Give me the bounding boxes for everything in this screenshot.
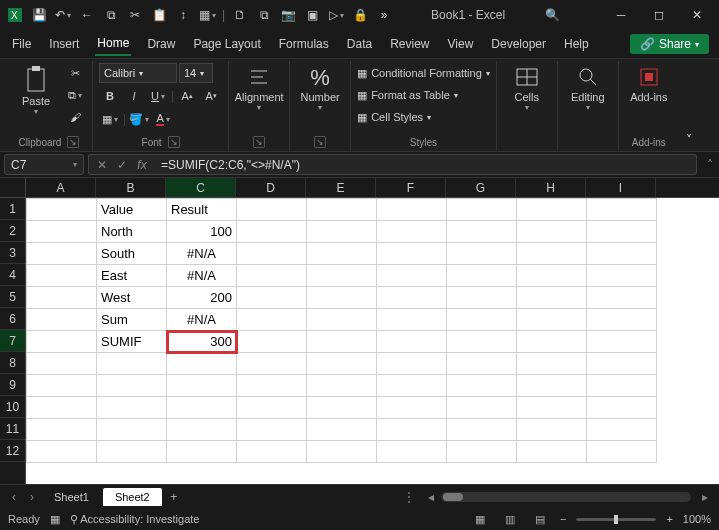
number-launcher[interactable]: ↘ [314, 136, 326, 148]
cells-button[interactable]: Cells ▾ [503, 63, 551, 112]
copy-button[interactable]: ⧉ [64, 85, 86, 105]
row-header-9[interactable]: 9 [0, 374, 25, 396]
borders-button[interactable]: ▦ [99, 109, 121, 129]
ribbon-collapse-icon[interactable]: ˅ [679, 61, 699, 151]
row-header-3[interactable]: 3 [0, 242, 25, 264]
name-box[interactable]: C7▾ [4, 154, 84, 175]
column-header-i[interactable]: I [586, 178, 656, 197]
cell-c1[interactable]: Result [167, 199, 237, 221]
expand-formula-bar-icon[interactable]: ˄ [701, 152, 719, 177]
underline-button[interactable]: U [147, 86, 169, 106]
zoom-slider[interactable] [576, 518, 656, 521]
row-header-4[interactable]: 4 [0, 264, 25, 286]
zoom-thumb[interactable] [614, 515, 618, 524]
cell-b5[interactable]: West [97, 287, 167, 309]
column-header-d[interactable]: D [236, 178, 306, 197]
tab-formulas[interactable]: Formulas [277, 33, 331, 55]
formula-input[interactable]: =SUMIF(C2:C6,"<>#N/A") [155, 154, 697, 175]
column-header-a[interactable]: A [26, 178, 96, 197]
row-header-6[interactable]: 6 [0, 308, 25, 330]
copy2-icon[interactable]: ⧉ [253, 4, 275, 26]
redo-icon[interactable]: ← [76, 4, 98, 26]
sheet-tab-1[interactable]: Sheet1 [42, 488, 101, 506]
font-name-select[interactable]: Calibri▾ [99, 63, 177, 83]
format-painter-button[interactable]: 🖌 [64, 107, 86, 127]
column-header-h[interactable]: H [516, 178, 586, 197]
increase-font-button[interactable]: A▴ [176, 86, 198, 106]
alignment-launcher[interactable]: ↘ [253, 136, 265, 148]
font-color-button[interactable]: A [152, 109, 174, 129]
decrease-font-button[interactable]: A▾ [200, 86, 222, 106]
row-header-2[interactable]: 2 [0, 220, 25, 242]
row-header-7[interactable]: 7 [0, 330, 25, 352]
cell-b7[interactable]: SUMIF [97, 331, 167, 353]
share-button[interactable]: 🔗Share▾ [630, 34, 709, 54]
row-header-8[interactable]: 8 [0, 352, 25, 374]
tab-insert[interactable]: Insert [47, 33, 81, 55]
new-icon[interactable]: 🗋 [229, 4, 251, 26]
cancel-formula-icon[interactable]: ✕ [93, 158, 111, 172]
cell-c5[interactable]: 200 [167, 287, 237, 309]
hscroll-right[interactable]: ▸ [697, 490, 713, 504]
tab-home[interactable]: Home [95, 32, 131, 56]
save-icon[interactable]: 💾 [28, 4, 50, 26]
lock-icon[interactable]: 🔒 [349, 4, 371, 26]
sheet-nav-prev[interactable]: ‹ [6, 490, 22, 504]
cell-c3[interactable]: #N/A [167, 243, 237, 265]
tab-review[interactable]: Review [388, 33, 431, 55]
hscroll-thumb[interactable] [443, 493, 463, 501]
italic-button[interactable]: I [123, 86, 145, 106]
normal-view-icon[interactable]: ▦ [470, 511, 490, 527]
undo-icon[interactable]: ↶ [52, 4, 74, 26]
tab-page-layout[interactable]: Page Layout [191, 33, 262, 55]
column-header-g[interactable]: G [446, 178, 516, 197]
screenshot-icon[interactable]: ▣ [301, 4, 323, 26]
select-all-corner[interactable] [0, 178, 26, 198]
search-icon[interactable]: 🔍 [541, 4, 563, 26]
row-header-5[interactable]: 5 [0, 286, 25, 308]
hscroll-left[interactable]: ◂ [423, 490, 439, 504]
column-header-c[interactable]: C [166, 178, 236, 197]
column-header-b[interactable]: B [96, 178, 166, 197]
editing-button[interactable]: Editing ▾ [564, 63, 612, 112]
minimize-button[interactable]: ─ [603, 1, 639, 29]
addins-button[interactable]: Add-ins [625, 63, 673, 103]
cut-icon[interactable]: ✂ [124, 4, 146, 26]
insert-function-icon[interactable]: fx [133, 158, 151, 172]
page-layout-view-icon[interactable]: ▥ [500, 511, 520, 527]
enter-formula-icon[interactable]: ✓ [113, 158, 131, 172]
font-launcher[interactable]: ↘ [168, 136, 180, 148]
page-break-view-icon[interactable]: ▤ [530, 511, 550, 527]
tab-file[interactable]: File [10, 33, 33, 55]
cell-b1[interactable]: Value [97, 199, 167, 221]
sheet-nav-next[interactable]: › [24, 490, 40, 504]
sort-icon[interactable]: ↕ [172, 4, 194, 26]
zoom-level[interactable]: 100% [683, 513, 711, 525]
column-header-e[interactable]: E [306, 178, 376, 197]
tab-data[interactable]: Data [345, 33, 374, 55]
cell-b2[interactable]: North [97, 221, 167, 243]
tab-view[interactable]: View [446, 33, 476, 55]
macro-icon[interactable]: ▦ [50, 513, 60, 526]
qat-overflow-icon[interactable]: » [373, 4, 395, 26]
camera-icon[interactable]: 📷 [277, 4, 299, 26]
maximize-button[interactable]: ◻ [641, 1, 677, 29]
cell-b6[interactable]: Sum [97, 309, 167, 331]
row-header-11[interactable]: 11 [0, 418, 25, 440]
zoom-in-button[interactable]: + [666, 513, 672, 525]
format-as-table-button[interactable]: ▦Format as Table▾ [357, 85, 490, 105]
clipboard-launcher[interactable]: ↘ [67, 136, 79, 148]
tab-developer[interactable]: Developer [489, 33, 548, 55]
cell-c7[interactable]: 300 [167, 331, 237, 353]
accessibility-status[interactable]: ⚲ Accessibility: Investigate [70, 513, 200, 526]
conditional-formatting-button[interactable]: ▦Conditional Formatting▾ [357, 63, 490, 83]
cell-c2[interactable]: 100 [167, 221, 237, 243]
row-header-10[interactable]: 10 [0, 396, 25, 418]
zoom-out-button[interactable]: − [560, 513, 566, 525]
cut-button[interactable]: ✂ [64, 63, 86, 83]
cell-styles-button[interactable]: ▦Cell Styles▾ [357, 107, 490, 127]
cell-c4[interactable]: #N/A [167, 265, 237, 287]
fill-color-button[interactable]: 🪣 [128, 109, 150, 129]
form-icon[interactable]: ▦ [196, 4, 218, 26]
add-sheet-button[interactable]: + [164, 490, 184, 504]
